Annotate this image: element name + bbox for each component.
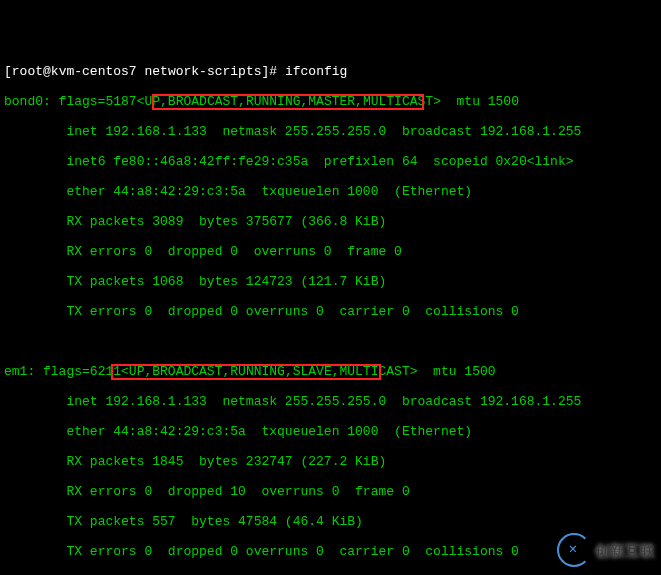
iface-mtu: 1500 bbox=[488, 94, 519, 109]
iface-flags: UP,BROADCAST,RUNNING,MASTER,MULTICAST bbox=[144, 94, 433, 109]
prompt-line: [root@kvm-centos7 network-scripts]# ifco… bbox=[4, 64, 657, 79]
prompt-command[interactable]: ifconfig bbox=[285, 64, 347, 79]
watermark-logo: ✕ 创新互联 bbox=[557, 533, 655, 567]
iface-header-em1: em1: flags=6211<UP,BROADCAST,RUNNING,SLA… bbox=[4, 364, 657, 379]
iface-detail: ether 44:a8:42:29:c3:5a txqueuelen 1000 … bbox=[4, 184, 657, 199]
logo-circle-icon: ✕ bbox=[557, 533, 591, 567]
watermark-text: 创新互联 bbox=[595, 543, 655, 558]
iface-flagnum: 5187 bbox=[105, 94, 136, 109]
blank-line bbox=[4, 334, 657, 349]
iface-name: bond0 bbox=[4, 94, 43, 109]
iface-header-bond0: bond0: flags=5187<UP,BROADCAST,RUNNING,M… bbox=[4, 94, 657, 109]
iface-detail: RX errors 0 dropped 0 overruns 0 frame 0 bbox=[4, 244, 657, 259]
iface-flags: UP,BROADCAST,RUNNING,SLAVE,MULTICAST bbox=[129, 364, 410, 379]
prompt-host: kvm-centos7 bbox=[51, 64, 137, 79]
logo-x-icon: ✕ bbox=[565, 541, 581, 557]
iface-detail: RX errors 0 dropped 10 overruns 0 frame … bbox=[4, 484, 657, 499]
iface-mtu: 1500 bbox=[464, 364, 495, 379]
iface-detail: TX packets 1068 bytes 124723 (121.7 KiB) bbox=[4, 274, 657, 289]
iface-flagnum: 6211 bbox=[90, 364, 121, 379]
iface-detail: inet 192.168.1.133 netmask 255.255.255.0… bbox=[4, 394, 657, 409]
iface-name: em1 bbox=[4, 364, 27, 379]
iface-detail: inet6 fe80::46a8:42ff:fe29:c35a prefixle… bbox=[4, 154, 657, 169]
iface-detail: TX errors 0 dropped 0 overruns 0 carrier… bbox=[4, 304, 657, 319]
prompt-user: root bbox=[12, 64, 43, 79]
iface-detail: RX packets 1845 bytes 232747 (227.2 KiB) bbox=[4, 454, 657, 469]
iface-detail: ether 44:a8:42:29:c3:5a txqueuelen 1000 … bbox=[4, 424, 657, 439]
iface-detail: RX packets 3089 bytes 375677 (366.8 KiB) bbox=[4, 214, 657, 229]
prompt-cwd: network-scripts bbox=[144, 64, 261, 79]
iface-detail: TX packets 557 bytes 47584 (46.4 KiB) bbox=[4, 514, 657, 529]
iface-detail: inet 192.168.1.133 netmask 255.255.255.0… bbox=[4, 124, 657, 139]
